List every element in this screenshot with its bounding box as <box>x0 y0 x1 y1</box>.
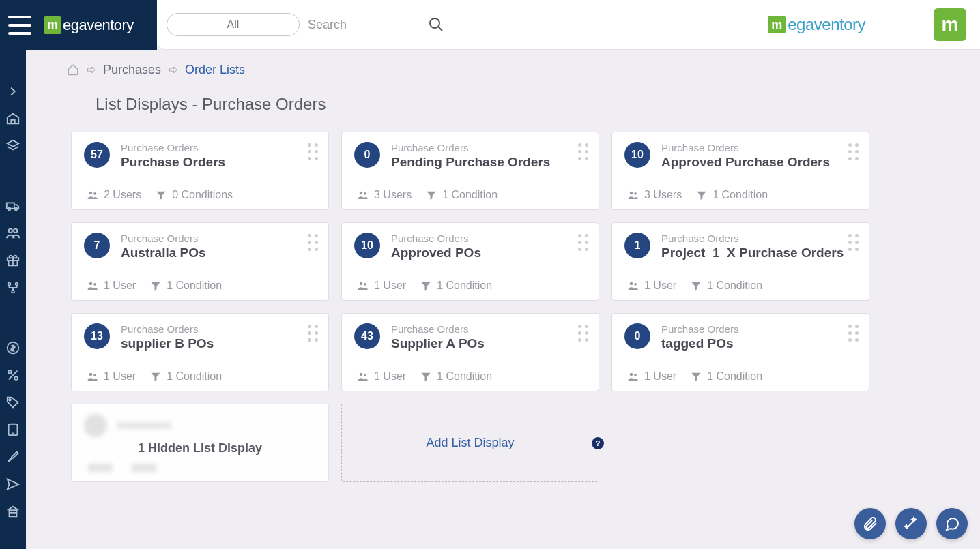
truck-icon[interactable] <box>5 198 20 213</box>
dollar-icon[interactable] <box>5 340 20 355</box>
users-icon[interactable] <box>5 226 20 241</box>
svg-point-21 <box>89 192 93 195</box>
attachment-button[interactable] <box>854 508 886 539</box>
help-badge[interactable]: ? <box>592 437 604 449</box>
list-display-card[interactable]: 10 Purchase Orders Approved Purchase Ord… <box>611 132 869 210</box>
drag-handle-icon[interactable] <box>578 325 589 342</box>
drag-handle-icon[interactable] <box>308 325 319 342</box>
hidden-card-title: 1 Hidden List Display <box>84 441 316 456</box>
drag-handle-icon[interactable] <box>578 234 589 252</box>
svg-point-35 <box>360 373 363 376</box>
menu-icon[interactable] <box>8 16 31 35</box>
svg-point-31 <box>630 282 633 286</box>
drag-handle-icon[interactable] <box>308 143 319 161</box>
svg-point-34 <box>93 374 96 376</box>
drag-handle-icon[interactable] <box>848 234 859 252</box>
card-subtitle: Purchase Orders <box>121 142 225 153</box>
chat-button[interactable] <box>936 508 968 539</box>
search-icon[interactable] <box>428 16 444 33</box>
percent-icon[interactable] <box>5 368 20 383</box>
card-conditions-meta: 0 Conditions <box>155 189 233 201</box>
drag-handle-icon[interactable] <box>308 234 319 252</box>
card-title: tagged POs <box>661 336 738 351</box>
brand-logo[interactable]: m egaventory <box>44 16 134 34</box>
home-icon[interactable] <box>67 63 79 76</box>
hierarchy-icon[interactable] <box>5 280 20 295</box>
tablet-icon[interactable] <box>5 422 20 437</box>
breadcrumb-purchases[interactable]: Purchases <box>103 63 161 77</box>
chevron-right-icon: ➪ <box>168 62 178 77</box>
topbar-right: All m egaventory m <box>157 0 980 50</box>
svg-point-29 <box>360 282 363 286</box>
drag-handle-icon[interactable] <box>848 325 859 342</box>
svg-point-38 <box>634 374 637 376</box>
card-conditions-meta: 1 Condition <box>690 280 762 292</box>
card-users-meta: 1 User <box>627 370 676 383</box>
svg-point-15 <box>14 376 18 380</box>
topbar-left: m egaventory <box>0 0 157 50</box>
card-conditions-meta: 1 Condition <box>420 370 492 383</box>
list-display-card[interactable]: 7 Purchase Orders Australia POs 1 User 1… <box>71 222 329 301</box>
card-conditions-meta: 1 Condition <box>425 189 498 201</box>
card-title: Australia POs <box>121 246 206 261</box>
svg-point-36 <box>364 374 366 376</box>
card-subtitle: Purchase Orders <box>661 323 738 335</box>
drag-handle-icon[interactable] <box>848 143 859 161</box>
drag-handle-icon[interactable] <box>578 143 589 161</box>
svg-line-13 <box>9 371 18 380</box>
list-display-card[interactable]: 13 Purchase Orders supplier B POs 1 User… <box>71 313 329 391</box>
card-subtitle: Purchase Orders <box>121 323 214 335</box>
svg-point-16 <box>9 399 11 401</box>
card-count-badge: 57 <box>84 142 110 168</box>
card-subtitle: Purchase Orders <box>391 233 481 244</box>
list-display-card[interactable]: 43 Purchase Orders Supplier A POs 1 User… <box>341 313 599 391</box>
hidden-list-display-card[interactable]: 1 Hidden List Display <box>71 404 329 482</box>
svg-point-25 <box>630 192 633 195</box>
svg-point-11 <box>12 291 14 293</box>
svg-point-30 <box>364 283 366 286</box>
list-display-card[interactable]: 10 Purchase Orders Approved POs 1 User 1… <box>341 222 599 301</box>
garage-icon[interactable] <box>5 504 20 519</box>
breadcrumb-current: Order Lists <box>185 63 245 77</box>
rail-icons <box>5 84 20 549</box>
list-display-card[interactable]: 0 Purchase Orders Pending Purchase Order… <box>341 132 599 210</box>
card-count-badge: 1 <box>624 233 650 258</box>
card-users-meta: 1 User <box>357 280 406 292</box>
svg-point-24 <box>364 192 366 195</box>
brand-square-icon[interactable]: m <box>934 8 966 41</box>
send-icon[interactable] <box>5 477 20 492</box>
breadcrumb: ➪ Purchases ➪ Order Lists <box>67 62 939 77</box>
warehouse-icon[interactable] <box>5 111 20 126</box>
card-conditions-meta: 1 Condition <box>149 280 222 292</box>
svg-point-37 <box>630 373 633 376</box>
card-title: Purchase Orders <box>121 155 225 170</box>
svg-point-23 <box>360 192 363 195</box>
card-count-badge: 13 <box>84 323 110 349</box>
list-display-card[interactable]: 0 Purchase Orders tagged POs 1 User 1 Co… <box>611 313 869 391</box>
card-title: Supplier A POs <box>391 336 485 351</box>
brush-icon[interactable] <box>5 449 20 464</box>
layers-icon[interactable] <box>5 138 20 153</box>
svg-point-33 <box>89 373 93 376</box>
search-input[interactable] <box>308 13 424 36</box>
magic-wand-button[interactable] <box>895 508 927 539</box>
card-conditions-meta: 1 Condition <box>420 280 492 292</box>
tag-icon[interactable] <box>5 395 20 410</box>
card-subtitle: Purchase Orders <box>391 142 550 153</box>
svg-point-5 <box>9 229 12 233</box>
card-title: Pending Purchase Orders <box>391 155 550 170</box>
forward-icon[interactable] <box>5 84 20 99</box>
list-display-card[interactable]: 1 Purchase Orders Project_1_X Purchase O… <box>611 222 869 301</box>
brand-logo-large[interactable]: m egaventory <box>768 15 865 34</box>
svg-point-22 <box>93 192 96 195</box>
add-list-display-button[interactable]: Add List Display ? <box>341 404 599 482</box>
fab-group <box>854 508 968 539</box>
card-title: supplier B POs <box>121 336 214 351</box>
card-users-meta: 3 Users <box>357 189 412 201</box>
add-card-label: Add List Display <box>426 436 514 450</box>
card-count-badge: 10 <box>624 142 650 168</box>
search-scope-dropdown[interactable]: All <box>167 13 300 36</box>
list-display-card[interactable]: 57 Purchase Orders Purchase Orders 2 Use… <box>71 132 329 210</box>
card-conditions-meta: 1 Condition <box>695 189 768 201</box>
gift-icon[interactable] <box>5 253 20 268</box>
